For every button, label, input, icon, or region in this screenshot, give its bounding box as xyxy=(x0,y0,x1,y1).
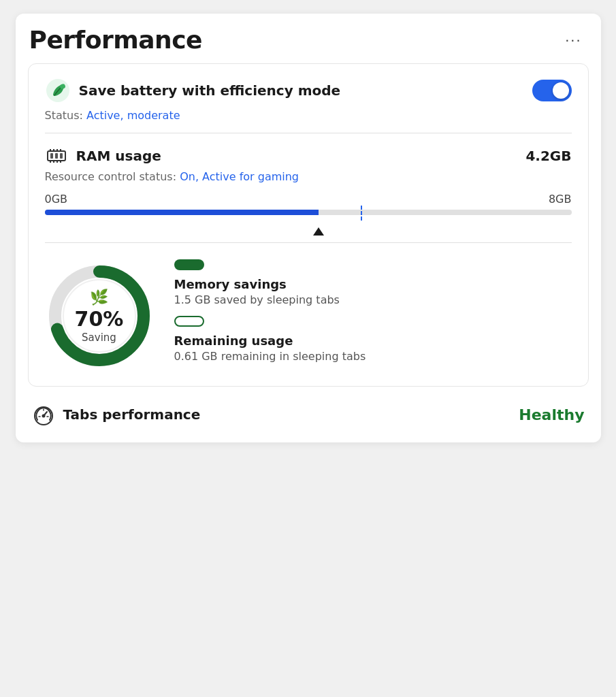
slider-max: 8GB xyxy=(549,193,572,206)
efficiency-status: Status: Active, moderate xyxy=(45,109,572,122)
resource-status: Resource control status: On, Active for … xyxy=(45,170,572,183)
status-prefix: Status: xyxy=(45,109,86,122)
remaining-usage-indicator xyxy=(174,316,204,327)
ram-row: RAM usage 4.2GB xyxy=(45,144,572,167)
donut-chart: 🌿 70% Saving xyxy=(45,261,154,370)
memory-savings-title: Memory savings xyxy=(174,277,572,291)
svg-rect-5 xyxy=(60,153,63,159)
ram-slider-container: 0GB 8GB xyxy=(45,193,572,231)
donut-leaf-icon: 🌿 xyxy=(75,289,124,306)
memory-savings-indicator xyxy=(174,259,204,270)
efficiency-left: Save battery with efficiency mode xyxy=(45,78,341,103)
slider-arrow xyxy=(313,227,324,236)
tabs-perf-left: Tabs performance xyxy=(32,403,201,426)
divider-2 xyxy=(45,242,572,243)
svg-rect-3 xyxy=(50,153,53,159)
slider-dashed-marker xyxy=(361,206,362,221)
efficiency-label: Save battery with efficiency mode xyxy=(79,82,341,99)
page-title: Performance xyxy=(29,26,202,54)
more-options-button[interactable]: ··· xyxy=(560,29,587,52)
tabs-performance-row[interactable]: Tabs performance Healthy xyxy=(16,395,601,429)
divider xyxy=(45,133,572,133)
healthy-badge: Healthy xyxy=(519,406,584,423)
savings-section: 🌿 70% Saving Memory savings 1.5 GB saved… xyxy=(45,254,572,372)
ram-left: RAM usage xyxy=(45,144,161,167)
slider-min: 0GB xyxy=(45,193,68,206)
resource-value: On, Active for gaming xyxy=(180,170,299,183)
tabs-performance-label: Tabs performance xyxy=(63,406,201,423)
resource-prefix: Resource control status: xyxy=(45,170,180,183)
efficiency-toggle[interactable] xyxy=(532,80,572,101)
slider-track xyxy=(45,210,572,215)
remaining-usage-sub: 0.61 GB remaining in sleeping tabs xyxy=(174,350,572,363)
speedometer-icon xyxy=(32,403,55,426)
leaf-battery-icon xyxy=(45,78,71,103)
savings-details: Memory savings 1.5 GB saved by sleeping … xyxy=(174,259,572,372)
svg-point-19 xyxy=(42,415,45,418)
efficiency-card: Save battery with efficiency mode Status… xyxy=(28,63,589,387)
donut-label: Saving xyxy=(82,331,116,344)
efficiency-row: Save battery with efficiency mode xyxy=(45,78,572,103)
svg-rect-4 xyxy=(55,153,58,159)
remaining-usage-title: Remaining usage xyxy=(174,334,572,348)
donut-percent: 70% xyxy=(75,307,124,331)
ram-icon xyxy=(45,144,68,167)
slider-labels: 0GB 8GB xyxy=(45,193,572,206)
panel-header: Performance ··· xyxy=(16,14,601,63)
ram-label: RAM usage xyxy=(76,148,161,164)
donut-inner: 🌿 70% Saving xyxy=(75,289,124,344)
slider-fill xyxy=(45,210,319,215)
performance-panel: Performance ··· Save battery with effici… xyxy=(16,14,601,442)
ram-value: 4.2GB xyxy=(525,148,571,164)
memory-savings-sub: 1.5 GB saved by sleeping tabs xyxy=(174,293,572,306)
status-value: Active, moderate xyxy=(86,109,180,122)
